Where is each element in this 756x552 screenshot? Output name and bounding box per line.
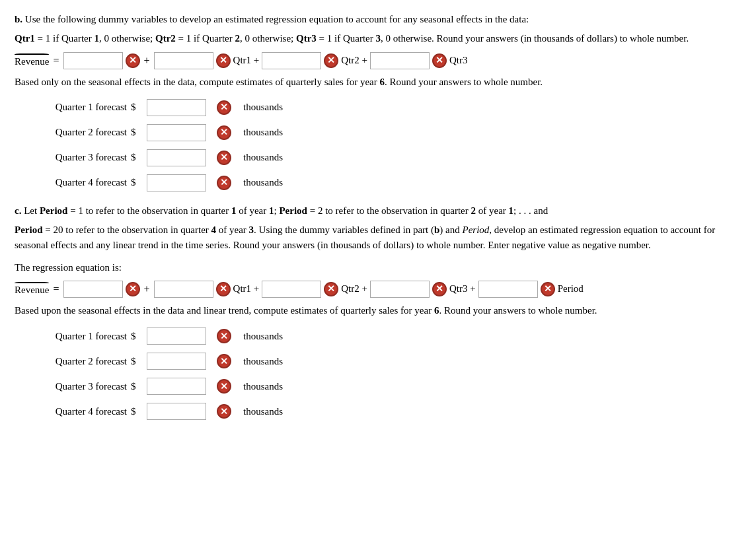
b-q2-dollar: $ bbox=[131, 127, 143, 138]
b-q3-label: Quarter 3 forecast bbox=[15, 152, 127, 163]
b-coeff-qtr3[interactable] bbox=[370, 52, 430, 69]
section-b-equation: Revenue = ✕ + ✕ Qtr1 + ✕ Qtr2 + ✕ Qtr3 bbox=[15, 52, 741, 69]
b-q1-error[interactable]: ✕ bbox=[217, 100, 231, 115]
b-q3-dollar: $ bbox=[131, 152, 143, 163]
section-c: c. Let Period = 1 to refer to the observ… bbox=[15, 203, 741, 420]
section-b-forecast-intro: Based only on the seasonal effects in th… bbox=[15, 75, 741, 90]
section-b-forecasts: Quarter 1 forecast $ ✕ thousands Quarter… bbox=[15, 99, 741, 191]
b-q4-unit: thousands bbox=[243, 177, 307, 188]
c-error-qtr1[interactable]: ✕ bbox=[216, 282, 231, 296]
b-error-qtr3[interactable]: ✕ bbox=[432, 53, 447, 68]
b-coeff-qtr1[interactable] bbox=[154, 52, 213, 69]
c-q1-error[interactable]: ✕ bbox=[217, 329, 231, 343]
b-q4-dollar: $ bbox=[131, 177, 143, 188]
c-q1-unit: thousands bbox=[243, 331, 307, 342]
b-q4-label: Quarter 4 forecast bbox=[15, 177, 127, 188]
revenue-hat-c: Revenue bbox=[15, 282, 49, 296]
b-q3-unit: thousands bbox=[243, 152, 307, 163]
c-q2-unit: thousands bbox=[243, 356, 307, 367]
b-q1-dollar: $ bbox=[131, 102, 143, 113]
section-c-intro1: c. Let Period = 1 to refer to the observ… bbox=[15, 203, 741, 219]
c-q2-error[interactable]: ✕ bbox=[217, 354, 231, 368]
c-q2-dollar: $ bbox=[131, 356, 143, 367]
section-c-forecast-intro: Based upon the seasonal effects in the d… bbox=[15, 303, 741, 318]
c-q4-unit: thousands bbox=[243, 406, 307, 417]
b-error-intercept[interactable]: ✕ bbox=[126, 53, 140, 68]
c-q3-dollar: $ bbox=[131, 381, 143, 392]
b-error-qtr1[interactable]: ✕ bbox=[216, 53, 231, 68]
section-b: b. Use the following dummy variables to … bbox=[15, 12, 741, 191]
c-error-qtr3[interactable]: ✕ bbox=[432, 282, 447, 296]
section-c-intro2: Period = 20 to refer to the observation … bbox=[15, 223, 741, 254]
c-q4-input[interactable] bbox=[147, 403, 206, 420]
section-b-label: b. bbox=[15, 14, 22, 24]
c-coeff-intercept[interactable] bbox=[63, 281, 123, 298]
b-q1-label: Quarter 1 forecast bbox=[15, 102, 127, 113]
section-c-forecasts: Quarter 1 forecast $ ✕ thousands Quarter… bbox=[15, 328, 741, 420]
b-q2-label: Quarter 2 forecast bbox=[15, 127, 127, 138]
b-q2-error[interactable]: ✕ bbox=[217, 125, 231, 140]
c-error-intercept[interactable]: ✕ bbox=[126, 282, 140, 296]
c-q3-label: Quarter 3 forecast bbox=[15, 381, 127, 392]
c-q2-input[interactable] bbox=[147, 353, 206, 370]
b-q1-unit: thousands bbox=[243, 102, 307, 113]
section-c-regression-label: The regression equation is: bbox=[15, 260, 741, 275]
b-error-qtr2[interactable]: ✕ bbox=[324, 53, 338, 68]
b-q4-input[interactable] bbox=[147, 174, 206, 191]
c-q4-label: Quarter 4 forecast bbox=[15, 406, 127, 417]
c-error-qtr2[interactable]: ✕ bbox=[324, 282, 338, 296]
b-q2-unit: thousands bbox=[243, 127, 307, 138]
c-q1-label: Quarter 1 forecast bbox=[15, 331, 127, 342]
section-b-dummy-def: Qtr1 = 1 if Quarter 1, 0 otherwise; Qtr2… bbox=[15, 31, 741, 46]
b-coeff-intercept[interactable] bbox=[63, 52, 123, 69]
c-q3-input[interactable] bbox=[147, 378, 206, 395]
c-coeff-qtr3[interactable] bbox=[370, 281, 430, 298]
c-q3-error[interactable]: ✕ bbox=[217, 379, 231, 394]
b-coeff-qtr2[interactable] bbox=[262, 52, 321, 69]
c-q3-unit: thousands bbox=[243, 381, 307, 392]
c-coeff-period[interactable] bbox=[478, 281, 538, 298]
b-q2-input[interactable] bbox=[147, 124, 206, 141]
c-q4-dollar: $ bbox=[131, 406, 143, 417]
c-q4-error[interactable]: ✕ bbox=[217, 404, 231, 419]
b-q3-input[interactable] bbox=[147, 149, 206, 166]
c-q1-dollar: $ bbox=[131, 331, 143, 342]
c-coeff-qtr2[interactable] bbox=[262, 281, 321, 298]
c-q1-input[interactable] bbox=[147, 328, 206, 345]
c-coeff-qtr1[interactable] bbox=[154, 281, 213, 298]
revenue-hat-b: Revenue bbox=[15, 53, 49, 67]
c-error-period[interactable]: ✕ bbox=[541, 282, 555, 296]
b-q1-input[interactable] bbox=[147, 99, 206, 116]
b-q3-error[interactable]: ✕ bbox=[217, 151, 231, 165]
b-q4-error[interactable]: ✕ bbox=[217, 176, 231, 190]
c-q2-label: Quarter 2 forecast bbox=[15, 356, 127, 367]
section-b-intro: b. Use the following dummy variables to … bbox=[15, 12, 741, 27]
section-c-equation: Revenue = ✕ + ✕ Qtr1 + ✕ Qtr2 + ✕ Qtr3 +… bbox=[15, 281, 741, 298]
